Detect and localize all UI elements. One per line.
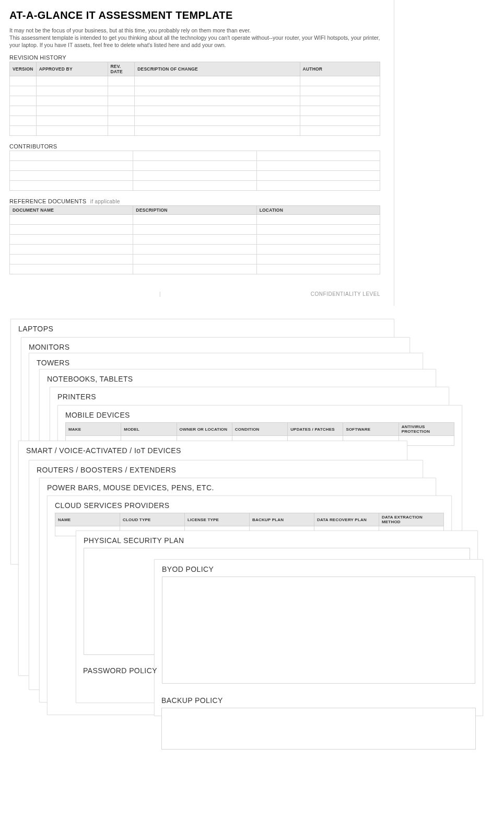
rev-col-author: AUTHOR [300, 62, 380, 76]
reference-documents-label: REFERENCE DOCUMENTS if applicable [9, 198, 384, 204]
refdoc-col-loc: LOCATION [256, 205, 380, 214]
table-row [10, 254, 380, 264]
table-row [10, 170, 380, 180]
cloud-col-recovery: DATA RECOVERY PLAN [314, 513, 379, 526]
contributors-label: CONTRIBUTORS [9, 143, 384, 149]
sheet-printers-title: PRINTERS [57, 393, 441, 401]
sheet-password-title: PASSWORD POLICY [83, 666, 471, 675]
table-row [10, 125, 380, 135]
intro-line-1: It may not be the focus of your business… [9, 27, 251, 33]
reference-documents-table: DOCUMENT NAME DESCRIPTION LOCATION [9, 205, 380, 274]
sheet-towers-title: TOWERS [37, 359, 415, 367]
mobile-col-condition: CONDITION [232, 423, 287, 436]
sheet-mobile-title: MOBILE DEVICES [65, 411, 454, 419]
refdocs-sublabel: if applicable [90, 199, 120, 204]
table-row [10, 86, 380, 96]
rev-col-approved: APPROVED BY [36, 62, 108, 76]
refdoc-col-name: DOCUMENT NAME [10, 205, 133, 214]
sheet-power-title: POWER BARS, MOUSE DEVICES, PENS, ETC. [47, 483, 428, 492]
rev-col-date: REV. DATE [108, 62, 135, 76]
table-row [10, 151, 380, 160]
table-row [10, 234, 380, 244]
mobile-col-owner: OWNER OR LOCATION [177, 423, 232, 436]
footer-confidentiality: CONFIDENTIALITY LEVEL [311, 291, 380, 297]
table-row [10, 244, 380, 254]
sheet-cloud-title: CLOUD SERVICES PROVIDERS [55, 501, 444, 510]
rev-col-version: VERSION [10, 62, 37, 76]
mobile-col-antivirus: ANTIVIRUS PROTECTION [398, 423, 454, 436]
cloud-col-type: CLOUD TYPE [120, 513, 184, 526]
sheet-monitors-title: MONITORS [29, 343, 402, 351]
table-row [10, 264, 380, 274]
table-row [10, 160, 380, 170]
table-row [10, 180, 380, 190]
sheet-backup-title: BACKUP POLICY [161, 696, 476, 705]
mobile-col-updates: UPDATES / PATCHES [288, 423, 343, 436]
refdoc-col-desc: DESCRIPTION [133, 205, 256, 214]
sheet-laptops-title: LAPTOPS [18, 325, 386, 333]
rev-col-desc: DESCRIPTION OF CHANGE [135, 62, 300, 76]
page-title: AT-A-GLANCE IT ASSESSMENT TEMPLATE [9, 9, 384, 21]
intro-line-2: This assessment template is intended to … [9, 34, 380, 48]
page-one: AT-A-GLANCE IT ASSESSMENT TEMPLATE It ma… [0, 0, 394, 306]
table-row [10, 106, 380, 116]
sheet-routers-title: ROUTERS / BOOSTERS / EXTENDERS [37, 466, 415, 474]
table-row [10, 76, 380, 86]
revision-history-table: VERSION APPROVED BY REV. DATE DESCRIPTIO… [9, 62, 380, 136]
cloud-col-extract: DATA EXTRACTION METHOD [379, 513, 443, 526]
stacked-sheets: LAPTOPS MONITORS TOWERS NOTEBOOKS, TABLE… [0, 314, 504, 818]
table-row [10, 96, 380, 106]
sheet-backup: BACKUP POLICY [154, 691, 483, 816]
sheet-byod-title: BYOD POLICY [162, 565, 475, 573]
table-row [10, 214, 380, 224]
intro-text: It may not be the focus of your business… [9, 27, 384, 49]
sheet-notebooks-title: NOTEBOOKS, TABLETS [47, 375, 428, 383]
sheet-physical-title: PHYSICAL SECURITY PLAN [84, 536, 470, 545]
table-row [10, 224, 380, 234]
contributors-table [9, 151, 380, 191]
mobile-col-model: MODEL [121, 423, 177, 436]
revision-history-label: REVISION HISTORY [9, 54, 384, 61]
footer-center: | [9, 291, 311, 297]
backup-box [161, 708, 476, 750]
mobile-col-software: SOFTWARE [343, 423, 398, 436]
cloud-col-name: NAME [55, 513, 120, 526]
sheet-smart-title: SMART / VOICE-ACTIVATED / IoT DEVICES [26, 446, 400, 455]
refdocs-label-text: REFERENCE DOCUMENTS [9, 198, 87, 204]
table-row [10, 116, 380, 125]
cloud-col-license: LICENSE TYPE [184, 513, 249, 526]
cloud-col-backup: BACKUP PLAN [249, 513, 314, 526]
mobile-col-make: MAKE [66, 423, 121, 436]
page-one-footer: | CONFIDENTIALITY LEVEL [9, 291, 380, 297]
